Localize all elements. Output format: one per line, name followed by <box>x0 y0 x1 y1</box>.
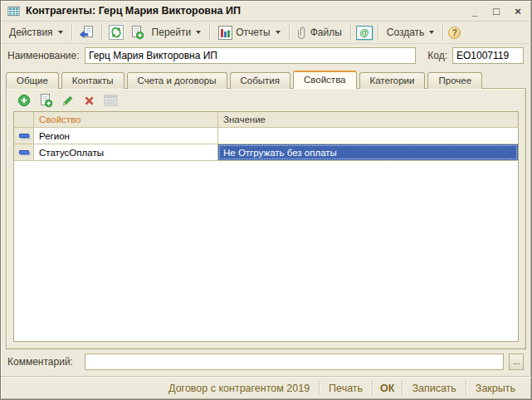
toolbar-separator <box>209 25 210 41</box>
window-table-icon <box>7 5 20 17</box>
column-header-property[interactable]: Свойство <box>34 112 218 127</box>
window-title: Контрагенты: Герц Мария Викторовна ИП <box>26 5 463 17</box>
reread-button[interactable] <box>77 24 96 41</box>
delete-row-button[interactable] <box>81 93 96 108</box>
window-controls: _ □ × <box>469 6 524 17</box>
table-header-row: Свойство Значение <box>14 112 518 128</box>
properties-tab-panel: Свойство Значение Регион СтатусОплаты Не… <box>6 88 526 349</box>
print-button[interactable]: Печать <box>320 380 372 397</box>
row-marker-icon <box>19 150 29 154</box>
reports-menu-button[interactable]: Отчеты <box>215 24 283 41</box>
value-cell-selected[interactable]: Не Отгружать без оплаты <box>218 144 518 160</box>
help-icon[interactable]: ? <box>448 27 461 39</box>
main-toolbar: Действия <box>1 22 531 44</box>
create-menu-button[interactable]: Создать <box>383 25 438 40</box>
counterparty-window: Контрагенты: Герц Мария Викторовна ИП _ … <box>0 0 532 400</box>
close-form-button[interactable]: Закрыть <box>466 380 525 397</box>
list-settings-button-disabled[interactable] <box>103 93 118 108</box>
row-marker-cell <box>14 144 34 160</box>
code-input[interactable] <box>452 47 524 64</box>
tab-obshchie[interactable]: Общие <box>6 72 59 89</box>
properties-toolbar <box>13 91 519 111</box>
paperclip-icon <box>298 26 307 40</box>
chevron-down-icon <box>276 31 281 34</box>
row-marker-cell <box>14 128 34 144</box>
document-add-icon <box>129 25 144 40</box>
bar-chart-icon <box>218 26 232 40</box>
toolbar-separator <box>289 25 290 41</box>
value-cell[interactable] <box>218 128 518 144</box>
document-back-arrow-icon <box>79 25 95 40</box>
toolbar-separator <box>442 25 443 41</box>
delete-x-icon <box>84 95 95 106</box>
tab-kategorii[interactable]: Категории <box>359 72 426 89</box>
toolbar-separator <box>350 25 351 41</box>
code-label: Код: <box>427 50 447 61</box>
edit-row-button[interactable] <box>60 93 75 108</box>
goto-label: Перейти <box>152 27 192 38</box>
contract-print-button[interactable]: Договор с контрагентом 2019 <box>159 380 319 397</box>
tab-prochee[interactable]: Прочее <box>427 72 482 89</box>
add-row-button[interactable] <box>17 93 32 108</box>
close-button[interactable]: × <box>512 6 524 17</box>
tab-svoystva[interactable]: Свойства <box>293 71 357 89</box>
tab-kontakty[interactable]: Контакты <box>61 72 124 89</box>
comment-label: Комментарий: <box>7 356 80 368</box>
copy-row-button[interactable] <box>38 93 53 108</box>
reports-label: Отчеты <box>236 27 270 38</box>
tab-scheta-i-dogovory[interactable]: Счета и договоры <box>127 72 227 89</box>
files-button[interactable]: Файлы <box>295 24 345 41</box>
pencil-icon <box>61 95 74 107</box>
document-add-icon <box>38 93 53 108</box>
actions-label: Действия <box>9 27 53 38</box>
comment-input[interactable] <box>85 354 504 370</box>
column-header-value[interactable]: Значение <box>218 112 518 127</box>
row-marker-column-header[interactable] <box>14 112 34 127</box>
table-row[interactable]: Регион <box>14 128 518 144</box>
property-cell[interactable]: СтатусОплаты <box>34 144 218 160</box>
maximize-button[interactable]: □ <box>491 6 502 17</box>
table-row[interactable]: СтатусОплаты Не Отгружать без оплаты <box>14 144 518 161</box>
actions-menu-button[interactable]: Действия <box>6 25 66 40</box>
footer-button-bar: Договор с контрагентом 2019 Печать ОК За… <box>1 376 531 399</box>
properties-table: Свойство Значение Регион СтатусОплаты Не… <box>13 111 519 342</box>
name-row: Наименование: Код: <box>1 44 531 71</box>
name-label: Наименование: <box>7 50 80 61</box>
row-marker-icon <box>19 134 29 138</box>
save-button[interactable]: Записать <box>403 380 465 397</box>
minimize-button[interactable]: _ <box>469 6 481 17</box>
refresh-button[interactable] <box>107 24 125 41</box>
list-settings-icon <box>104 95 118 107</box>
copy-button[interactable] <box>128 24 146 41</box>
tab-sobytiya[interactable]: События <box>230 72 290 89</box>
name-input[interactable] <box>85 47 416 64</box>
refresh-icon <box>109 25 124 40</box>
email-at-icon[interactable]: @ <box>356 26 373 40</box>
toolbar-separator <box>101 25 102 41</box>
files-label: Файлы <box>310 27 342 38</box>
tab-bar: Общие Контакты Счета и договоры События … <box>1 71 531 89</box>
comment-row: Комментарий: ... <box>1 349 531 376</box>
chevron-down-icon <box>429 31 434 34</box>
comment-more-button[interactable]: ... <box>509 354 524 370</box>
chevron-down-icon <box>196 31 201 34</box>
add-icon <box>17 94 31 107</box>
toolbar-separator <box>71 25 72 41</box>
create-label: Создать <box>387 27 425 38</box>
ok-button[interactable]: ОК <box>373 380 402 397</box>
property-cell[interactable]: Регион <box>34 128 218 144</box>
goto-menu-button[interactable]: Перейти <box>149 25 205 40</box>
chevron-down-icon <box>58 31 63 34</box>
title-bar: Контрагенты: Герц Мария Викторовна ИП _ … <box>1 1 531 22</box>
toolbar-separator <box>378 25 378 41</box>
